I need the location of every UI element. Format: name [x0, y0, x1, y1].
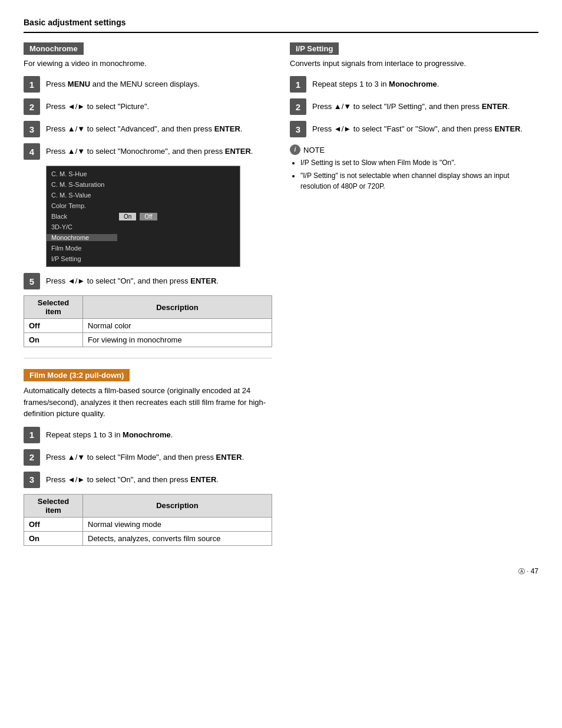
film-row1-desc: Normal viewing mode	[83, 517, 272, 531]
film-table-col1: Selected item	[24, 494, 83, 517]
note-item-2: "I/P Setting" is not selectable when cha…	[300, 170, 538, 192]
ip-step-text-2: Press ▲/▼ to select "I/P Setting", and t…	[312, 98, 510, 113]
menu-row-film-mode: Film Mode	[47, 243, 240, 253]
mono-step-5: 5 Press ◄/► to select "On", and then pre…	[24, 273, 272, 289]
film-step-text-1: Repeat steps 1 to 3 in Monochrome.	[46, 427, 173, 441]
step-text-5: Press ◄/► to select "On", and then press…	[46, 273, 219, 287]
note-icon: i	[290, 144, 300, 155]
note-box: i NOTE I/P Setting is set to Slow when F…	[290, 144, 538, 192]
film-step-3: 3 Press ◄/► to select "On", and then pre…	[24, 472, 272, 488]
ip-step-2: 2 Press ▲/▼ to select "I/P Setting", and…	[290, 98, 538, 115]
step-num-4: 4	[24, 143, 40, 160]
page-footer: Ⓐ · 47	[24, 567, 538, 576]
step-num-2: 2	[24, 98, 40, 115]
menu-row-cms-hue: C. M. S-Hue	[47, 169, 240, 179]
left-column: Monochrome For viewing a video in monoch…	[24, 42, 272, 555]
step-text-4: Press ▲/▼ to select "Monochrome", and th…	[46, 143, 253, 157]
monochrome-section: Monochrome For viewing a video in monoch…	[24, 42, 272, 347]
circle-us-icon: Ⓐ ·	[518, 568, 528, 575]
monochrome-header: Monochrome	[24, 42, 84, 55]
film-step-num-1: 1	[24, 427, 40, 443]
film-row1-item: Off	[24, 517, 83, 531]
right-column: I/P Setting Converts input signals from …	[290, 42, 538, 555]
film-table-col2: Description	[83, 494, 272, 517]
table-row: On For viewing in monochrome	[24, 333, 272, 347]
mono-step-3: 3 Press ▲/▼ to select "Advanced", and th…	[24, 121, 272, 137]
ip-step-text-1: Repeat steps 1 to 3 in Monochrome.	[312, 76, 439, 90]
film-mode-header: Film Mode (3:2 pull-down)	[24, 369, 130, 381]
step-text-1: Press MENU and the MENU screen displays.	[46, 76, 200, 90]
note-header: i NOTE	[290, 144, 538, 155]
note-list: I/P Setting is set to Slow when Film Mod…	[290, 157, 538, 192]
mono-step-2: 2 Press ◄/► to select "Picture".	[24, 98, 272, 115]
step-text-3: Press ▲/▼ to select "Advanced", and then…	[46, 121, 242, 135]
menu-row-color-temp: Color Temp.	[47, 200, 240, 211]
table-row: Off Normal color	[24, 319, 272, 333]
mono-row1-item: Off	[24, 319, 83, 333]
table-row: Off Normal viewing mode	[24, 517, 272, 531]
section-divider	[24, 358, 272, 358]
film-table: Selected item Description Off Normal vie…	[24, 494, 272, 546]
ip-step-num-1: 1	[290, 76, 306, 93]
film-step-text-3: Press ◄/► to select "On", and then press…	[46, 472, 219, 486]
film-step-2: 2 Press ▲/▼ to select "Film Mode", and t…	[24, 449, 272, 466]
monochrome-table: Selected item Description Off Normal col…	[24, 295, 272, 347]
menu-row-3dyc: 3D-Y/C	[47, 222, 240, 232]
film-step-num-2: 2	[24, 449, 40, 466]
note-label: NOTE	[303, 146, 325, 154]
film-mode-desc: Automatically detects a film-based sourc…	[24, 385, 272, 420]
step-num-5: 5	[24, 273, 40, 289]
mono-table-col2: Description	[83, 296, 272, 319]
monochrome-desc: For viewing a video in monochrome.	[24, 58, 272, 69]
film-mode-section: Film Mode (3:2 pull-down) Automatically …	[24, 369, 272, 546]
mono-row2-item: On	[24, 333, 83, 347]
ip-step-1: 1 Repeat steps 1 to 3 in Monochrome.	[290, 76, 538, 93]
menu-row-cms-sat: C. M. S-Saturation	[47, 179, 240, 190]
film-step-num-3: 3	[24, 472, 40, 488]
top-divider	[24, 32, 538, 33]
step-num-1: 1	[24, 76, 40, 93]
ip-setting-header: I/P Setting	[290, 42, 339, 55]
menu-screenshot: C. M. S-Hue C. M. S-Saturation C. M. S-V…	[46, 166, 240, 267]
mono-table-col1: Selected item	[24, 296, 83, 319]
film-step-1: 1 Repeat steps 1 to 3 in Monochrome.	[24, 427, 272, 443]
film-row2-desc: Detects, analyzes, converts film source	[83, 531, 272, 545]
film-step-text-2: Press ▲/▼ to select "Film Mode", and the…	[46, 449, 244, 463]
menu-btn-off: Off	[140, 213, 157, 220]
mono-step-4: 4 Press ▲/▼ to select "Monochrome", and …	[24, 143, 272, 160]
ip-step-text-3: Press ◄/► to select "Fast" or "Slow", an…	[312, 121, 523, 135]
page-number: 47	[531, 567, 538, 575]
menu-row-ip-setting: I/P Setting	[47, 253, 240, 264]
ip-setting-desc: Converts input signals from interlace to…	[290, 58, 538, 69]
ip-step-num-3: 3	[290, 121, 306, 137]
menu-row-cms-val: C. M. S-Value	[47, 190, 240, 200]
ip-step-num-2: 2	[290, 98, 306, 115]
ip-step-3: 3 Press ◄/► to select "Fast" or "Slow", …	[290, 121, 538, 137]
step-num-3: 3	[24, 121, 40, 137]
ip-setting-section: I/P Setting Converts input signals from …	[290, 42, 538, 192]
mono-row1-desc: Normal color	[83, 319, 272, 333]
mono-step-1: 1 Press MENU and the MENU screen display…	[24, 76, 272, 93]
mono-row2-desc: For viewing in monochrome	[83, 333, 272, 347]
film-row2-item: On	[24, 531, 83, 545]
menu-row-black: Black On Off	[47, 211, 240, 222]
menu-row-monochrome: Monochrome	[47, 232, 240, 243]
step-text-2: Press ◄/► to select "Picture".	[46, 98, 149, 113]
page-title: Basic adjustment settings	[24, 18, 538, 27]
menu-btn-on: On	[119, 213, 136, 220]
table-row: On Detects, analyzes, converts film sour…	[24, 531, 272, 545]
note-item-1: I/P Setting is set to Slow when Film Mod…	[300, 157, 538, 168]
